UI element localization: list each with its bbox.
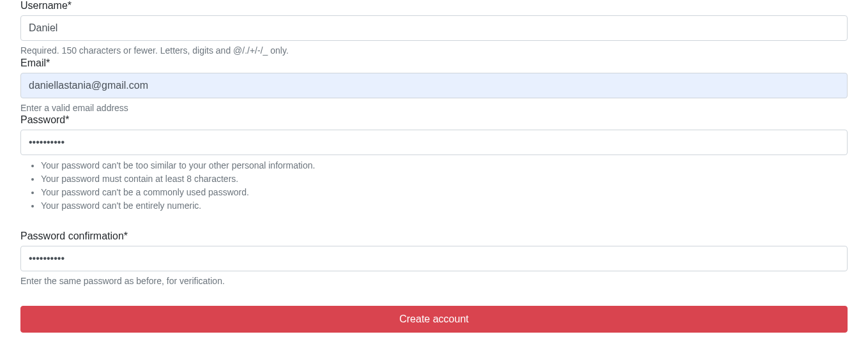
- username-label: Username*: [20, 0, 848, 11]
- username-group: Username* Required. 150 characters or fe…: [20, 0, 848, 57]
- email-input[interactable]: [20, 73, 848, 98]
- password-confirm-input[interactable]: [20, 246, 848, 271]
- password-label: Password*: [20, 114, 848, 126]
- password-confirm-group: Password confirmation* Enter the same pa…: [20, 230, 848, 288]
- password-confirm-help: Enter the same password as before, for v…: [20, 275, 848, 288]
- email-label: Email*: [20, 57, 848, 69]
- password-help-item: Your password must contain at least 8 ch…: [41, 172, 848, 186]
- password-group: Password* Your password can't be too sim…: [20, 114, 848, 213]
- password-confirm-label: Password confirmation*: [20, 230, 848, 242]
- password-help-item: Your password can't be a commonly used p…: [41, 186, 848, 199]
- signup-form: Username* Required. 150 characters or fe…: [20, 0, 848, 333]
- password-help-item: Your password can't be entirely numeric.: [41, 199, 848, 213]
- password-input[interactable]: [20, 130, 848, 155]
- username-input[interactable]: [20, 15, 848, 41]
- password-help-item: Your password can't be too similar to yo…: [41, 159, 848, 172]
- email-group: Email* Enter a valid email address: [20, 57, 848, 115]
- username-help: Required. 150 characters or fewer. Lette…: [20, 45, 848, 57]
- email-help: Enter a valid email address: [20, 102, 848, 115]
- password-help-list: Your password can't be too similar to yo…: [20, 159, 848, 213]
- create-account-button[interactable]: Create account: [20, 306, 848, 333]
